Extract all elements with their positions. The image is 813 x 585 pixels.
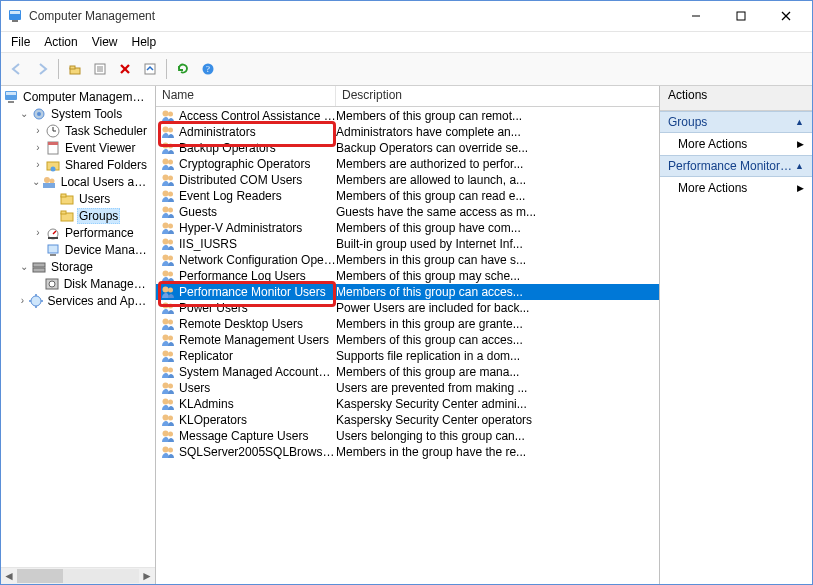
- group-name: KLOperators: [179, 413, 247, 427]
- svg-point-73: [163, 319, 169, 325]
- tree-horizontal-scrollbar[interactable]: ◄ ►: [1, 567, 155, 584]
- tree-item[interactable]: Users: [3, 190, 155, 207]
- tree-item[interactable]: ⌄System Tools: [3, 105, 155, 122]
- action-section-header[interactable]: Performance Monitor Users▲: [660, 155, 812, 177]
- tree-item-label: Disk Management: [62, 277, 153, 291]
- tree-item[interactable]: ›Shared Folders: [3, 156, 155, 173]
- back-button[interactable]: [5, 57, 29, 81]
- svg-point-70: [168, 288, 173, 293]
- svg-point-52: [168, 144, 173, 149]
- list-row[interactable]: Performance Monitor UsersMembers of this…: [156, 284, 659, 300]
- up-button[interactable]: [63, 57, 87, 81]
- list-row[interactable]: Backup OperatorsBackup Operators can ove…: [156, 140, 659, 156]
- list-row[interactable]: Message Capture UsersUsers belonging to …: [156, 428, 659, 444]
- expander-icon[interactable]: ›: [31, 227, 45, 238]
- group-icon: [160, 332, 176, 348]
- group-description: Members of this group may sche...: [336, 269, 659, 283]
- close-button[interactable]: [763, 1, 808, 31]
- toolbar-separator: [166, 59, 167, 79]
- forward-button[interactable]: [30, 57, 54, 81]
- list-row[interactable]: SQLServer2005SQLBrowserUser$E...Members …: [156, 444, 659, 460]
- tree-item[interactable]: Disk Management: [3, 275, 155, 292]
- tree-item-label: Event Viewer: [63, 141, 137, 155]
- tree-item[interactable]: ›Performance: [3, 224, 155, 241]
- menu-file[interactable]: File: [5, 33, 36, 51]
- scroll-track[interactable]: [17, 569, 139, 583]
- list-row[interactable]: IIS_IUSRSBuilt-in group used by Internet…: [156, 236, 659, 252]
- scroll-thumb[interactable]: [17, 569, 63, 583]
- list-row[interactable]: Network Configuration OperatorsMembers i…: [156, 252, 659, 268]
- action-section-title: Groups: [668, 115, 707, 129]
- menu-view[interactable]: View: [86, 33, 124, 51]
- group-description: Members of this group have com...: [336, 221, 659, 235]
- tree-item[interactable]: ⌄Local Users and Groups: [3, 173, 155, 190]
- group-description: Members of this group are mana...: [336, 365, 659, 379]
- svg-point-53: [163, 159, 169, 165]
- properties-button[interactable]: [88, 57, 112, 81]
- list-body[interactable]: Access Control Assistance Operat...Membe…: [156, 107, 659, 584]
- list-row[interactable]: KLAdminsKaspersky Security Center admini…: [156, 396, 659, 412]
- tree-item-icon: [31, 106, 47, 122]
- tree-item[interactable]: ›Task Scheduler: [3, 122, 155, 139]
- tree-item[interactable]: Groups: [3, 207, 155, 224]
- list-row[interactable]: Cryptographic OperatorsMembers are autho…: [156, 156, 659, 172]
- list-row[interactable]: GuestsGuests have the same access as m..…: [156, 204, 659, 220]
- tree-item[interactable]: ⌄Storage: [3, 258, 155, 275]
- action-item[interactable]: More Actions▶: [660, 177, 812, 199]
- list-row[interactable]: Hyper-V AdministratorsMembers of this gr…: [156, 220, 659, 236]
- list-row[interactable]: KLOperatorsKaspersky Security Center ope…: [156, 412, 659, 428]
- maximize-button[interactable]: [718, 1, 763, 31]
- column-name[interactable]: Name: [156, 86, 336, 106]
- list-row[interactable]: Event Log ReadersMembers of this group c…: [156, 188, 659, 204]
- tree-item-label: Services and Applications: [46, 294, 153, 308]
- list-row[interactable]: UsersUsers are prevented from making ...: [156, 380, 659, 396]
- collapse-icon: ▲: [795, 117, 804, 127]
- list-row[interactable]: ReplicatorSupports file replication in a…: [156, 348, 659, 364]
- expander-icon[interactable]: ⌄: [31, 176, 41, 187]
- expander-icon[interactable]: ⌄: [17, 261, 31, 272]
- list-row[interactable]: Power UsersPower Users are included for …: [156, 300, 659, 316]
- tree-item[interactable]: ›Event Viewer: [3, 139, 155, 156]
- menu-help[interactable]: Help: [126, 33, 163, 51]
- list-row[interactable]: Distributed COM UsersMembers are allowed…: [156, 172, 659, 188]
- delete-button[interactable]: [113, 57, 137, 81]
- scroll-right-icon[interactable]: ►: [139, 569, 155, 583]
- tree-item[interactable]: Device Manager: [3, 241, 155, 258]
- tree-item[interactable]: ›Services and Applications: [3, 292, 155, 309]
- minimize-button[interactable]: [673, 1, 718, 31]
- group-icon: [160, 428, 176, 444]
- group-icon: [160, 252, 176, 268]
- list-row[interactable]: System Managed Accounts GroupMembers of …: [156, 364, 659, 380]
- expander-icon[interactable]: ›: [31, 142, 45, 153]
- refresh-button[interactable]: [171, 57, 195, 81]
- group-icon: [160, 268, 176, 284]
- svg-point-83: [163, 399, 169, 405]
- group-icon: [160, 316, 176, 332]
- svg-point-65: [163, 255, 169, 261]
- list-row[interactable]: Remote Desktop UsersMembers in this grou…: [156, 316, 659, 332]
- export-button[interactable]: [138, 57, 162, 81]
- tree-root[interactable]: Computer Management (Local: [3, 88, 155, 105]
- menu-action[interactable]: Action: [38, 33, 83, 51]
- expander-icon[interactable]: ›: [31, 159, 45, 170]
- svg-point-78: [168, 352, 173, 357]
- list-row[interactable]: Access Control Assistance Operat...Membe…: [156, 108, 659, 124]
- scroll-left-icon[interactable]: ◄: [1, 569, 17, 583]
- group-icon: [160, 204, 176, 220]
- action-section-header[interactable]: Groups▲: [660, 111, 812, 133]
- action-item[interactable]: More Actions▶: [660, 133, 812, 155]
- group-name: Backup Operators: [179, 141, 276, 155]
- svg-point-82: [168, 384, 173, 389]
- expander-icon[interactable]: ›: [31, 125, 45, 136]
- svg-rect-15: [145, 64, 155, 74]
- help-button[interactable]: ?: [196, 57, 220, 81]
- list-row[interactable]: Remote Management UsersMembers of this g…: [156, 332, 659, 348]
- group-description: Kaspersky Security Center admini...: [336, 397, 659, 411]
- expander-icon[interactable]: ›: [17, 295, 28, 306]
- svg-point-74: [168, 320, 173, 325]
- column-description[interactable]: Description: [336, 86, 659, 106]
- expander-icon[interactable]: ⌄: [17, 108, 31, 119]
- tree-content[interactable]: Computer Management (Local ⌄System Tools…: [1, 86, 155, 567]
- list-row[interactable]: AdministratorsAdministrators have comple…: [156, 124, 659, 140]
- list-row[interactable]: Performance Log UsersMembers of this gro…: [156, 268, 659, 284]
